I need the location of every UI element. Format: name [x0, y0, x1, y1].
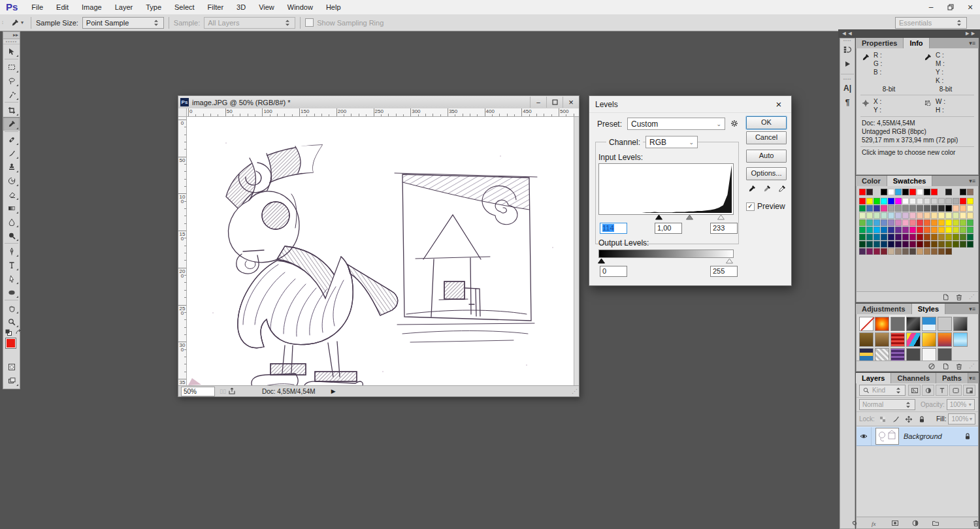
- swatch[interactable]: [917, 248, 923, 255]
- swatch[interactable]: [866, 219, 873, 226]
- swatch[interactable]: [945, 227, 952, 233]
- swatch[interactable]: [874, 205, 880, 212]
- menu-3d[interactable]: 3D: [230, 0, 252, 14]
- tab-channels[interactable]: Channels: [891, 373, 936, 383]
- swatch[interactable]: [859, 241, 866, 248]
- swatch[interactable]: [874, 198, 880, 204]
- swatch[interactable]: [859, 248, 866, 255]
- swatch[interactable]: [888, 212, 894, 219]
- swatch[interactable]: [960, 198, 966, 204]
- toolbar-collapse[interactable]: ▸▸: [3, 32, 20, 39]
- style-gray-flat[interactable]: [890, 317, 905, 331]
- rgb-eyedropper-icon[interactable]: [862, 54, 870, 85]
- levels-close-button[interactable]: ×: [772, 99, 785, 110]
- input-gamma-field[interactable]: 1,00: [655, 223, 682, 234]
- menu-filter[interactable]: Filter: [201, 0, 230, 14]
- layer-filter-kind-select[interactable]: Kind: [859, 385, 906, 396]
- preset-options-gear-icon[interactable]: [730, 120, 738, 127]
- swatch[interactable]: [881, 219, 887, 226]
- crosshair-icon[interactable]: [862, 99, 870, 114]
- swatch[interactable]: [881, 248, 887, 255]
- history-brush-tool[interactable]: [3, 174, 20, 187]
- screen-mode-button[interactable]: [3, 374, 20, 387]
- swatch[interactable]: [881, 205, 887, 212]
- swatch[interactable]: [866, 241, 873, 248]
- style-zigzag-multicolor[interactable]: [906, 332, 921, 347]
- gradient-tool[interactable]: [3, 201, 20, 215]
- move-tool[interactable]: [3, 44, 20, 58]
- ruler-corner[interactable]: [178, 108, 187, 117]
- swatch[interactable]: [895, 241, 902, 248]
- ellipse-shape-tool[interactable]: [3, 285, 20, 299]
- style-orange-glow[interactable]: [875, 317, 889, 331]
- input-white-field[interactable]: 233: [710, 223, 738, 234]
- output-white-field[interactable]: 255: [710, 266, 738, 277]
- swatch[interactable]: [881, 198, 887, 204]
- swatch[interactable]: [895, 227, 902, 233]
- auto-button[interactable]: Auto: [746, 150, 787, 163]
- swatch[interactable]: [924, 234, 930, 240]
- swatch[interactable]: [874, 227, 880, 233]
- crop-tool[interactable]: [3, 103, 20, 117]
- blur-tool[interactable]: [3, 215, 20, 229]
- swatch[interactable]: [902, 248, 909, 255]
- tab-adjustments[interactable]: Adjustments: [856, 304, 912, 314]
- menu-edit[interactable]: Edit: [50, 0, 75, 14]
- white-point-eyedropper-icon[interactable]: [778, 185, 786, 193]
- swatch[interactable]: [953, 241, 959, 248]
- swatch[interactable]: [967, 198, 973, 204]
- swatch[interactable]: [960, 241, 966, 248]
- zoom-tool[interactable]: [3, 315, 20, 329]
- recent-swatch[interactable]: [967, 189, 973, 195]
- swatch[interactable]: [953, 198, 959, 204]
- panel-menu-icon[interactable]: ▾≡: [969, 304, 979, 314]
- style-sunset-orange[interactable]: [938, 332, 952, 347]
- lasso-tool[interactable]: [3, 74, 20, 88]
- swatch[interactable]: [866, 227, 873, 233]
- menu-type[interactable]: Type: [139, 0, 168, 14]
- swatch[interactable]: [909, 241, 916, 248]
- swatch[interactable]: [895, 248, 902, 255]
- hand-tool[interactable]: [3, 301, 20, 315]
- tab-info[interactable]: Info: [904, 38, 929, 48]
- link-icon[interactable]: [851, 519, 858, 527]
- character-panel-icon[interactable]: A|: [840, 81, 855, 95]
- swatch[interactable]: [938, 234, 945, 240]
- layer-row-background[interactable]: Background: [857, 426, 978, 446]
- window-resize-grip[interactable]: ⋰: [572, 388, 578, 394]
- input-white-slider[interactable]: [717, 214, 725, 220]
- swatch[interactable]: [967, 234, 973, 240]
- input-black-field[interactable]: 114: [600, 223, 627, 234]
- shape-filter-icon[interactable]: [949, 385, 962, 396]
- options-button[interactable]: Options...: [746, 167, 787, 180]
- swatch[interactable]: [938, 227, 945, 233]
- sampling-ring-checkbox[interactable]: [305, 18, 317, 27]
- input-gray-slider[interactable]: [686, 214, 693, 220]
- rectangular-marquee-tool[interactable]: [3, 60, 20, 74]
- style-red-stripes[interactable]: [890, 332, 905, 347]
- cmyk-eyedropper-icon[interactable]: [924, 54, 932, 85]
- swatch[interactable]: [859, 212, 866, 219]
- panel-menu-icon[interactable]: ▾≡: [969, 373, 979, 383]
- swatch[interactable]: [960, 227, 966, 233]
- tab-properties[interactable]: Properties: [856, 38, 904, 48]
- channel-select[interactable]: RGB ⌄: [645, 136, 698, 148]
- swatch[interactable]: [938, 205, 945, 212]
- gray-point-eyedropper-icon[interactable]: [763, 185, 771, 193]
- swatch[interactable]: [909, 248, 916, 255]
- layer-visibility-toggle[interactable]: [857, 427, 872, 445]
- style-sky-blue[interactable]: [953, 332, 968, 347]
- tab-styles[interactable]: Styles: [912, 304, 945, 314]
- swap-colors-icon[interactable]: [14, 329, 22, 336]
- swatch[interactable]: [909, 219, 916, 226]
- menu-image[interactable]: Image: [75, 0, 108, 14]
- menu-help[interactable]: Help: [319, 0, 348, 14]
- swatch[interactable]: [931, 248, 938, 255]
- swatch[interactable]: [953, 227, 959, 233]
- swatch[interactable]: [945, 212, 952, 219]
- doc-close-button[interactable]: ×: [563, 97, 579, 108]
- swatch[interactable]: [945, 234, 952, 240]
- swatch[interactable]: [866, 205, 873, 212]
- swatch[interactable]: [895, 198, 902, 204]
- style-tan-gradient[interactable]: [875, 332, 889, 347]
